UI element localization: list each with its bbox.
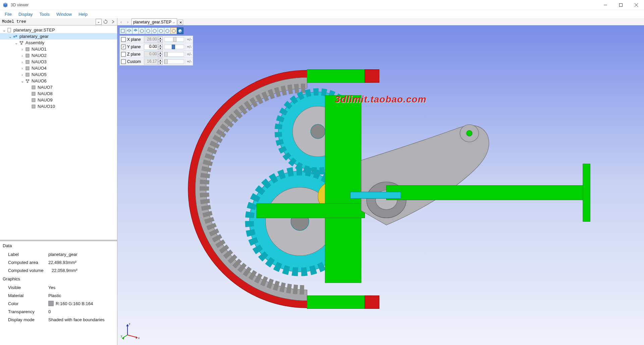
tab-next-button[interactable]: ›: [125, 19, 131, 25]
3d-viewport[interactable]: X plane 28.00 ▲▼ +/- ✓ Y plane 0.00 ▲▼ +…: [117, 25, 644, 345]
svg-rect-43: [365, 296, 379, 309]
svg-point-11: [22, 41, 23, 43]
disclosure-icon[interactable]: ›: [19, 53, 25, 58]
svg-text:x: x: [138, 336, 140, 340]
disclosure-icon[interactable]: ⌄: [13, 40, 19, 46]
tree-dropdown-button[interactable]: ⌄: [96, 19, 102, 25]
svg-rect-40: [307, 70, 372, 83]
disclosure-icon[interactable]: ›: [19, 47, 25, 52]
clip-custom-value[interactable]: 16.17: [144, 59, 158, 65]
solid-icon: [25, 53, 30, 58]
view-front-button[interactable]: [132, 27, 139, 34]
clip-y-spinner[interactable]: ▲▼: [158, 44, 163, 50]
tree-node-nauo9[interactable]: NAUO9: [0, 97, 117, 103]
tree-node-nauo6[interactable]: ⌄ NAUO6: [0, 78, 117, 84]
tree-label: NAUO2: [31, 53, 47, 58]
tree-node-nauo1[interactable]: › NAUO1: [0, 46, 117, 52]
tree-node-nauo5[interactable]: › NAUO5: [0, 71, 117, 78]
svg-point-46: [311, 124, 325, 139]
view-top-button[interactable]: [145, 27, 152, 34]
view-right-button[interactable]: [164, 27, 171, 34]
clip-x-flip-button[interactable]: +/-: [185, 37, 193, 42]
view-fit-button[interactable]: [119, 27, 126, 34]
spacer: [25, 85, 31, 90]
menu-file[interactable]: File: [1, 11, 15, 17]
disclosure-icon[interactable]: ⌄: [7, 34, 13, 39]
spacer: [25, 104, 31, 109]
clip-z-value[interactable]: 0.00: [144, 51, 158, 57]
clip-x-checkbox[interactable]: [121, 37, 126, 42]
clip-y-slider[interactable]: [164, 45, 184, 49]
tree-node-assembly[interactable]: ⌄ Assembly: [0, 40, 117, 46]
clip-custom-slider[interactable]: [164, 59, 184, 64]
tree-node-root[interactable]: ⌄ planetary_gear.STEP: [0, 27, 117, 33]
tree-refresh-button[interactable]: [102, 19, 109, 25]
tree-label: NAUO9: [37, 97, 53, 102]
disclosure-icon[interactable]: ⌄: [1, 27, 7, 33]
view-persp-button[interactable]: [170, 27, 177, 34]
clip-custom-spinner[interactable]: ▲▼: [158, 59, 163, 65]
tab-prev-button[interactable]: ‹: [118, 19, 124, 25]
clip-y-flip-button[interactable]: +/-: [185, 45, 193, 49]
tree-next-button[interactable]: [110, 19, 116, 25]
clip-y-checkbox[interactable]: ✓: [121, 45, 126, 49]
svg-marker-66: [122, 337, 124, 340]
tree-label: NAUO6: [31, 78, 47, 83]
minimize-button[interactable]: [598, 0, 613, 10]
tree-label: NAUO10: [37, 104, 55, 109]
tree-node-nauo2[interactable]: › NAUO2: [0, 52, 117, 59]
prop-value: Plastic: [48, 293, 61, 298]
clip-z-spinner[interactable]: ▲▼: [158, 51, 163, 57]
prop-name: Computed volume: [8, 268, 52, 273]
prop-label: Label planetary_gear: [0, 250, 117, 258]
tree-label: NAUO7: [37, 85, 53, 90]
close-button[interactable]: [629, 0, 644, 10]
view-iso-button[interactable]: [126, 27, 132, 34]
tree-node-nauo3[interactable]: › NAUO3: [0, 59, 117, 65]
prop-name: Visible: [8, 285, 48, 290]
menu-bar: File Display Tools Window Help: [0, 10, 644, 18]
window-controls: [598, 0, 644, 10]
tab-close-button[interactable]: ✕: [178, 20, 183, 25]
document-tab[interactable]: planetary_gear.STEP ⌄: [131, 18, 177, 25]
maximize-button[interactable]: [613, 0, 629, 10]
disclosure-icon[interactable]: ›: [19, 66, 25, 71]
svg-rect-22: [32, 92, 35, 95]
menu-help[interactable]: Help: [75, 11, 91, 17]
clip-custom-checkbox[interactable]: [121, 59, 126, 64]
disclosure-icon[interactable]: ⌄: [19, 78, 25, 84]
menu-window[interactable]: Window: [53, 11, 75, 17]
menu-tools[interactable]: Tools: [36, 11, 53, 17]
clip-z-slider[interactable]: [164, 52, 184, 57]
disclosure-icon[interactable]: ›: [19, 59, 25, 65]
tree-node-nauo10[interactable]: NAUO10: [0, 103, 117, 110]
spacer: [25, 91, 31, 96]
tree-node-nauo8[interactable]: NAUO8: [0, 90, 117, 97]
prop-name: Material: [8, 293, 48, 298]
tree-node-planetary-gear[interactable]: ⌄ planetary_gear: [0, 33, 117, 40]
clip-x-slider[interactable]: [164, 37, 184, 42]
clip-x-value[interactable]: 28.00: [144, 37, 158, 43]
clip-x-spinner[interactable]: ▲▼: [158, 37, 163, 43]
tree-label: NAUO5: [31, 72, 47, 77]
disclosure-icon[interactable]: ›: [19, 72, 25, 77]
view-left-button[interactable]: [158, 27, 164, 34]
tree-node-nauo4[interactable]: › NAUO4: [0, 65, 117, 71]
prop-name: Color: [8, 301, 48, 306]
tree-node-nauo7[interactable]: NAUO7: [0, 84, 117, 90]
clip-y-value[interactable]: 0.00: [144, 44, 158, 50]
model-tree-header: Model tree ⌄: [0, 18, 117, 25]
view-bottom-button[interactable]: [151, 27, 158, 34]
part-icon: [13, 34, 18, 39]
view-back-button[interactable]: [139, 27, 145, 34]
left-panel: Model tree ⌄ ⌄ planetary_gear.STEP ⌄ pla…: [0, 18, 117, 345]
view-cube-button[interactable]: [177, 27, 183, 34]
prop-transparency: Transparency 0: [0, 307, 117, 316]
chevron-down-icon[interactable]: ⌄: [173, 20, 175, 24]
model-tree[interactable]: ⌄ planetary_gear.STEP ⌄ planetary_gear ⌄…: [0, 25, 117, 240]
assembly-icon: [19, 40, 24, 46]
clip-z-checkbox[interactable]: [121, 52, 126, 57]
menu-display[interactable]: Display: [15, 11, 36, 17]
tree-label: NAUO3: [31, 59, 47, 64]
section-data: Data: [0, 241, 117, 250]
